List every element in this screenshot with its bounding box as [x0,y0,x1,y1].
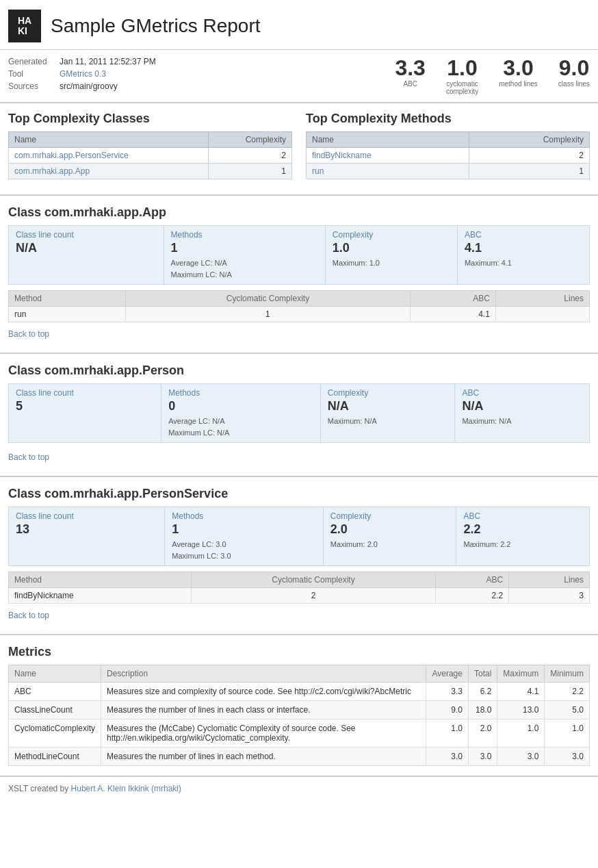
class-complexity-cell: 2 [209,148,292,164]
methods-table-app: Method Cyclomatic Complexity ABC Lines r… [8,290,590,322]
metric-total: 2.0 [468,719,497,748]
method-lines: 3 [509,588,590,604]
class-complexity-cell: 1 [209,164,292,179]
stats-group: 3.3 ABC 1.0 cyclomatic complexity 3.0 me… [395,57,590,95]
class-heading-app: Class com.mrhaki.app.App [8,205,590,220]
list-item: findByNickname2 [307,148,590,164]
class-heading-personservice: Class com.mrhaki.app.PersonService [8,487,590,501]
meta-sources-row: Sources src/main/groovy [8,81,268,91]
metric-name: MethodLineCount [9,748,101,766]
metric-total: 3.0 [468,748,497,766]
top-methods-heading: Top Complexity Methods [306,112,590,126]
metric-minimum: 1.0 [545,719,590,748]
class-stat-cell-3: ABC 4.1 Maximum: 4.1 [457,226,589,285]
class-name-cell: com.mrhaki.app.App [9,164,209,179]
class-stats-table-personservice: Class line count 13 Methods 1 Average LC… [8,507,590,566]
stat-abc-label: ABC [395,80,425,88]
back-to-top-link-personservice[interactable]: Back to top [8,607,590,627]
method-col-name: Method [9,572,192,588]
stat-main-1: 1 [171,241,318,255]
top-classes-col-complexity: Complexity [209,132,292,148]
method-complexity-cell: 2 [469,148,590,164]
class-stat-cell-0: Class line count 13 [9,507,165,566]
stat-heading-link-1[interactable]: Methods [172,511,316,521]
method-name-cell: run [307,164,469,179]
tool-label: Tool [8,69,60,79]
back-to-top-link-app[interactable]: Back to top [8,325,590,346]
class-section-person: Class com.mrhaki.app.Person Class line c… [0,354,598,469]
top-methods-col-name: Name [307,132,469,148]
stat-heading-link-2[interactable]: Complexity [330,511,450,521]
method-link[interactable]: run [312,166,324,176]
method-lines [495,307,589,322]
meta-section: Generated Jan 11, 2011 12:52:37 PM Tool … [0,50,598,103]
metric-description: Measures the number of lines in each met… [101,748,426,766]
metrics-col-average: Average [426,665,468,682]
metric-average: 3.3 [426,682,468,701]
stat-sub-1: Average LC: 3.0Maximum LC: 3.0 [172,539,316,561]
stat-heading-link-3[interactable]: ABC [465,230,582,240]
stat-heading-link-0[interactable]: Class line count [16,388,154,398]
footer-link[interactable]: Hubert A. Klein Ikkink (mrhaki) [71,784,181,793]
method-link[interactable]: findByNickname [312,151,372,160]
metric-name: CyclomaticComplexity [9,719,101,748]
metric-minimum: 2.2 [545,682,590,701]
meta-left: Generated Jan 11, 2011 12:52:37 PM Tool … [8,57,268,94]
class-section-personservice: Class com.mrhaki.app.PersonService Class… [0,477,598,627]
stat-sub-2: Maximum: N/A [328,416,448,427]
stat-heading-link-2[interactable]: Complexity [328,388,448,398]
stat-sub-3: Maximum: 2.2 [463,539,582,550]
method-name: run [9,307,126,322]
stat-heading-link-3[interactable]: ABC [462,388,582,398]
back-to-top-link-person[interactable]: Back to top [8,448,590,469]
top-methods-header-row: Name Complexity [307,132,590,148]
class-stat-cell-2: Complexity N/A Maximum: N/A [320,384,455,443]
footer-prefix: XSLT created by [8,784,71,793]
methods-header-row: Method Cyclomatic Complexity ABC Lines [9,291,590,307]
stat-heading-link-0[interactable]: Class line count [16,230,157,240]
method-col-cyclomatic: Cyclomatic Complexity [126,291,410,307]
metric-total: 6.2 [468,682,497,701]
method-cyclomatic: 1 [126,307,410,322]
method-cyclomatic: 2 [192,588,436,604]
stat-main-3: N/A [462,399,582,413]
metrics-col-minimum: Minimum [545,665,590,682]
stat-cyclomatic: 1.0 cyclomatic complexity [446,57,478,95]
class-link[interactable]: com.mrhaki.app.App [14,166,90,176]
methods-table-personservice: Method Cyclomatic Complexity ABC Lines f… [8,572,590,604]
logo-line2: KI [18,25,27,36]
tool-link[interactable]: GMetrics 0.3 [60,69,106,79]
stat-main-0: 13 [16,522,157,537]
metric-total: 18.0 [468,701,497,719]
stat-heading-link-2[interactable]: Complexity [333,230,450,240]
table-row: ClassLineCount Measures the number of li… [9,701,590,719]
stat-sub-1: Average LC: N/AMaximum LC: N/A [168,416,313,438]
metric-description: Measures size and complexity of source c… [101,682,426,701]
stat-heading-link-0[interactable]: Class line count [16,511,157,521]
stat-heading-link-1[interactable]: Methods [171,230,318,240]
metrics-section: Metrics Name Description Average Total M… [0,635,598,776]
metrics-heading: Metrics [8,645,590,659]
top-classes-col-name: Name [9,132,209,148]
method-col-lines: Lines [509,572,590,588]
stat-main-1: 0 [168,399,313,413]
table-row: run 1 4.1 [9,307,590,322]
metric-maximum: 13.0 [497,701,545,719]
sources-value: src/main/groovy [60,81,118,91]
stat-heading-link-1[interactable]: Methods [168,388,313,398]
class-link[interactable]: com.mrhaki.app.PersonService [14,151,129,160]
table-row: ABC Measures size and complexity of sour… [9,682,590,701]
class-stat-cell-2: Complexity 2.0 Maximum: 2.0 [323,507,456,566]
page-title: Sample GMetrics Report [51,15,261,37]
metric-description: Measures the number of lines in each cla… [101,701,426,719]
stat-heading-link-3[interactable]: ABC [463,511,582,521]
metric-average: 1.0 [426,719,468,748]
stat-main-3: 4.1 [465,241,582,255]
method-abc: 2.2 [435,588,508,604]
stat-sub-2: Maximum: 2.0 [330,539,450,550]
stat-main-0: N/A [16,241,157,255]
stat-class-lines-label: class lines [558,80,590,88]
metric-average: 9.0 [426,701,468,719]
class-stat-cell-1: Methods 1 Average LC: N/AMaximum LC: N/A [164,226,325,285]
class-stat-cell-3: ABC 2.2 Maximum: 2.2 [456,507,590,566]
